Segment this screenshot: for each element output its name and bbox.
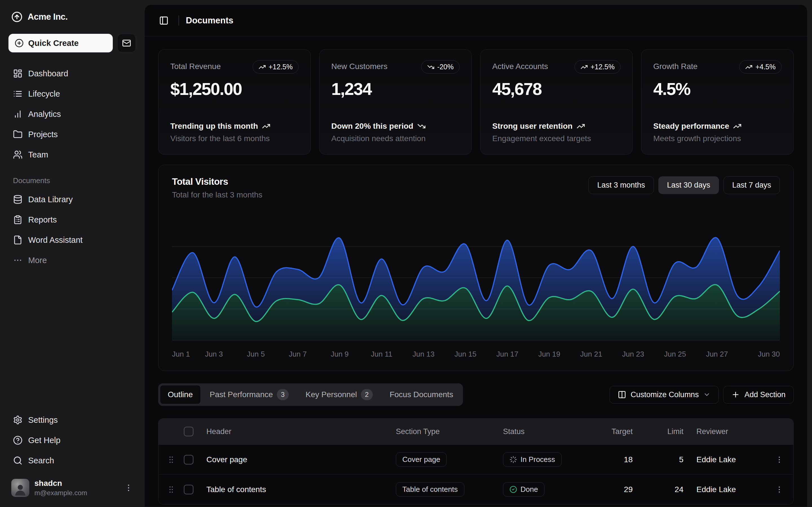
- sidebar-item-analytics[interactable]: Analytics: [8, 105, 136, 123]
- trending-up-icon: [576, 122, 585, 130]
- stat-card-new-customers: New Customers -20% 1,234 Down 20% this p…: [319, 49, 472, 155]
- sidebar-item-team[interactable]: Team: [8, 146, 136, 163]
- visitors-chart-card: Total Visitors Total for the last 3 mont…: [158, 165, 794, 371]
- row-header-cell[interactable]: Cover page: [206, 455, 396, 464]
- sidebar-item-search[interactable]: Search: [8, 452, 136, 469]
- row-checkbox[interactable]: [184, 455, 193, 464]
- sidebar-item-label: Word Assistant: [28, 235, 83, 245]
- status-badge: Done: [503, 482, 545, 497]
- time-range-group: Last 3 months Last 30 days Last 7 days: [589, 176, 780, 194]
- tab-label: Past Performance: [210, 390, 273, 399]
- drag-handle-icon[interactable]: [167, 455, 175, 464]
- sidebar-item-label: Lifecycle: [28, 89, 60, 99]
- target-cell[interactable]: 29: [599, 485, 633, 494]
- sidebar-item-data-library[interactable]: Data Library: [8, 191, 136, 208]
- x-axis-tick-label: Jun 25: [664, 350, 686, 358]
- tab-count-badge: 2: [361, 389, 373, 400]
- folder-icon: [13, 129, 22, 139]
- trend-badge: -20%: [421, 60, 460, 73]
- sections-table: Header Section Type Status Target Limit …: [158, 418, 794, 504]
- users-icon: [13, 150, 22, 159]
- table-row: Table of contents Table of contents Done…: [158, 474, 794, 504]
- x-axis-tick-label: Jun 3: [205, 350, 223, 358]
- row-header-cell[interactable]: Table of contents: [206, 485, 396, 494]
- gear-icon: [13, 415, 22, 425]
- user-menu[interactable]: shadcn m@example.com: [8, 476, 136, 499]
- stat-card-active-accounts: Active Accounts +12.5% 45,678 Strong use…: [480, 49, 633, 155]
- x-axis-tick-label: Jun 13: [412, 350, 435, 358]
- tab-past-performance[interactable]: Past Performance 3: [202, 385, 297, 404]
- sidebar-item-get-help[interactable]: Get Help: [8, 432, 136, 449]
- visitors-area-chart[interactable]: [172, 212, 780, 342]
- sidebar-item-dashboard[interactable]: Dashboard: [8, 65, 136, 82]
- table-header-row: Header Section Type Status Target Limit …: [158, 418, 794, 445]
- badge-value: +12.5%: [269, 63, 293, 71]
- sidebar-item-label: Reports: [28, 215, 57, 224]
- table-toolbar: Outline Past Performance 3 Key Personnel…: [158, 383, 794, 406]
- more-vertical-icon: [775, 455, 783, 464]
- loader-icon: [509, 456, 517, 463]
- reviewer-cell[interactable]: Eddie Lake: [683, 485, 765, 494]
- x-axis-tick-label: Jun 1: [172, 350, 190, 358]
- trending-down-icon: [417, 122, 426, 130]
- user-avatar: [11, 479, 29, 497]
- x-axis-tick-label: Jun 19: [538, 350, 560, 358]
- card-footer-text: Steady performance: [653, 122, 729, 131]
- sidebar-toggle-button[interactable]: [156, 13, 172, 29]
- card-value: 45,678: [492, 79, 620, 99]
- card-footer-text: Trending up this month: [170, 122, 258, 131]
- sidebar-footer-nav: Settings Get Help Search: [8, 411, 136, 469]
- card-title: Total Revenue: [170, 60, 221, 71]
- sidebar-item-lifecycle[interactable]: Lifecycle: [8, 85, 136, 103]
- tab-outline[interactable]: Outline: [160, 385, 201, 404]
- sidebar-item-word-assistant[interactable]: Word Assistant: [8, 231, 136, 249]
- chart-x-axis: Jun 1Jun 3Jun 5Jun 7Jun 9Jun 11Jun 13Jun…: [172, 344, 780, 362]
- chart-title: Total Visitors: [172, 176, 262, 187]
- card-title: New Customers: [331, 60, 388, 71]
- status-label: Done: [520, 485, 538, 494]
- sidebar-item-projects[interactable]: Projects: [8, 126, 136, 143]
- sidebar-item-more[interactable]: More: [8, 251, 136, 269]
- card-value: 4.5%: [653, 79, 781, 99]
- add-section-button[interactable]: Add Section: [723, 386, 794, 404]
- sidebar-item-label: Analytics: [28, 110, 61, 119]
- row-checkbox[interactable]: [184, 485, 193, 494]
- trending-down-icon: [427, 63, 435, 71]
- quick-create-label: Quick Create: [28, 39, 79, 48]
- trending-up-icon: [733, 122, 742, 130]
- card-title: Active Accounts: [492, 60, 548, 71]
- sidebar-item-label: Dashboard: [28, 69, 68, 78]
- tab-focus-documents[interactable]: Focus Documents: [382, 385, 461, 404]
- row-actions-button[interactable]: [771, 482, 787, 497]
- inbox-button[interactable]: [117, 34, 136, 52]
- x-axis-tick-label: Jun 23: [622, 350, 644, 358]
- stat-cards: Total Revenue +12.5% $1,250.00 Trending …: [158, 49, 794, 155]
- sidebar-item-label: Settings: [28, 415, 58, 425]
- range-last-30-days[interactable]: Last 30 days: [658, 176, 719, 194]
- card-footer-text: Down 20% this period: [331, 122, 413, 131]
- drag-handle-icon[interactable]: [167, 485, 175, 494]
- select-all-checkbox[interactable]: [184, 427, 193, 436]
- range-last-3-months[interactable]: Last 3 months: [589, 176, 654, 194]
- page-title: Documents: [186, 15, 234, 25]
- sidebar-item-settings[interactable]: Settings: [8, 411, 136, 429]
- org-switcher[interactable]: Acme Inc.: [8, 10, 136, 24]
- x-axis-tick-label: Jun 21: [580, 350, 602, 358]
- limit-cell[interactable]: 5: [633, 455, 683, 464]
- row-actions-button[interactable]: [771, 452, 787, 467]
- limit-cell[interactable]: 24: [633, 485, 683, 494]
- reviewer-cell[interactable]: Eddie Lake: [683, 455, 765, 464]
- sidebar-item-reports[interactable]: Reports: [8, 211, 136, 228]
- x-axis-tick-label: Jun 27: [706, 350, 728, 358]
- section-type-badge: Cover page: [396, 452, 447, 467]
- customize-columns-button[interactable]: Customize Columns: [610, 386, 719, 404]
- range-last-7-days[interactable]: Last 7 days: [723, 176, 780, 194]
- tab-key-personnel[interactable]: Key Personnel 2: [298, 385, 380, 404]
- target-cell[interactable]: 18: [599, 455, 633, 464]
- trending-up-icon: [259, 63, 266, 71]
- ellipsis-icon: [13, 256, 22, 265]
- more-vertical-icon: [124, 483, 133, 492]
- quick-create-button[interactable]: Quick Create: [8, 34, 113, 52]
- column-header: Status: [503, 427, 599, 436]
- file-icon: [13, 235, 22, 245]
